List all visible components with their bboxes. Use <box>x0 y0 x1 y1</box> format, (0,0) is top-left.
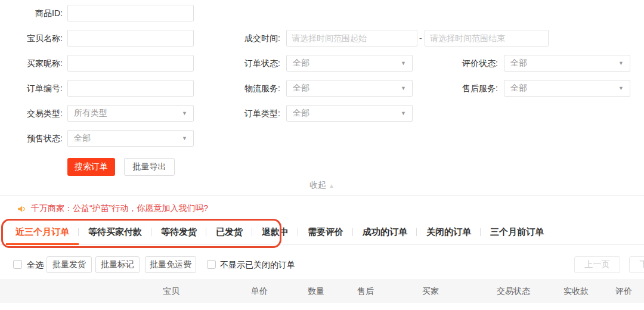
tab-closed-orders[interactable]: 关闭的订单 <box>417 219 481 244</box>
logistics-service-label: 物流服务: <box>218 80 280 97</box>
item-name-input[interactable] <box>67 30 194 46</box>
chevron-down-icon: ▼ <box>401 61 406 66</box>
tab-need-review[interactable]: 需要评价 <box>298 219 353 244</box>
column-header-aftersale: 售后 <box>357 279 374 303</box>
order-no-input[interactable] <box>67 80 194 97</box>
review-status-value: 全部 <box>510 58 618 69</box>
batch-free-shipping-button[interactable]: 批量免运费 <box>145 256 196 273</box>
tab-before-3-months[interactable]: 三个月前订单 <box>481 219 553 244</box>
column-header-trade-status: 交易状态 <box>497 279 530 303</box>
tab-shipped[interactable]: 已发货 <box>206 219 252 244</box>
tab-refunding[interactable]: 退款中 <box>252 219 298 244</box>
order-type-value: 全部 <box>293 108 401 119</box>
buyer-nick-input[interactable] <box>67 55 194 72</box>
section-divider <box>0 195 644 196</box>
triangle-up-icon: ▲ <box>329 182 335 189</box>
presale-status-label: 预售状态: <box>0 130 63 147</box>
order-type-label: 订单类型: <box>218 105 280 122</box>
trade-type-select[interactable]: 所有类型 ▼ <box>67 105 194 122</box>
tab-successful-orders[interactable]: 成功的订单 <box>353 219 417 244</box>
orders-table-header: 宝贝 单价 数量 售后 买家 交易状态 实收款 评价 <box>0 279 644 303</box>
megaphone-icon <box>17 204 27 214</box>
buyer-nick-label: 买家昵称: <box>0 55 63 72</box>
deal-time-start-input[interactable] <box>286 30 417 46</box>
review-status-label: 评价状态: <box>435 55 498 72</box>
chevron-down-icon: ▼ <box>618 86 624 91</box>
next-page-button[interactable]: 下一页 <box>629 256 644 273</box>
column-header-item: 宝贝 <box>163 279 179 303</box>
announcement-banner[interactable]: 千万商家：公益“护苗”行动，你愿意加入我们吗? <box>17 203 208 214</box>
product-id-label: 商品ID: <box>0 5 63 21</box>
aftersale-service-label: 售后服务: <box>435 80 498 97</box>
order-tabs: 近三个月订单等待买家付款等待发货已发货退款中需要评价成功的订单关闭的订单三个月前… <box>0 219 644 245</box>
batch-ship-button[interactable]: 批量发货 <box>47 256 92 273</box>
deal-time-label: 成交时间: <box>218 30 280 46</box>
tab-recent-3-months[interactable]: 近三个月订单 <box>6 219 79 244</box>
order-status-label: 订单状态: <box>218 55 280 72</box>
order-status-select[interactable]: 全部 ▼ <box>286 55 413 72</box>
presale-status-value: 全部 <box>74 133 182 144</box>
item-name-label: 宝贝名称: <box>0 30 63 46</box>
column-header-quantity: 数量 <box>308 279 324 303</box>
review-status-select[interactable]: 全部 ▼ <box>504 55 630 72</box>
chevron-down-icon: ▼ <box>401 86 406 91</box>
hide-closed-checkbox[interactable] <box>207 260 216 269</box>
column-header-buyer: 买家 <box>422 279 439 303</box>
chevron-down-icon: ▼ <box>182 111 187 116</box>
chevron-down-icon: ▼ <box>618 61 624 66</box>
order-management-page: { "colors": { "accent": "#fb3e17", "tab_… <box>0 0 644 310</box>
deal-time-end-input[interactable] <box>425 30 549 46</box>
chevron-down-icon: ▼ <box>401 111 406 116</box>
trade-type-value: 所有类型 <box>74 108 182 119</box>
aftersale-service-select[interactable]: 全部 ▼ <box>504 80 630 97</box>
collapse-label: 收起 <box>309 180 326 190</box>
collapse-toggle[interactable]: 收起▲ <box>289 180 355 191</box>
search-orders-button[interactable]: 搜索订单 <box>67 158 115 176</box>
tab-awaiting-shipment[interactable]: 等待发货 <box>151 219 206 244</box>
select-all-checkbox[interactable] <box>13 260 22 269</box>
product-id-input[interactable] <box>67 5 194 21</box>
batch-mark-button[interactable]: 批量标记 <box>95 256 140 273</box>
announcement-text: 千万商家：公益“护苗”行动，你愿意加入我们吗? <box>31 203 208 214</box>
column-header-review: 评价 <box>615 279 632 303</box>
column-header-unit-price: 单价 <box>251 279 268 303</box>
batch-export-button[interactable]: 批量导出 <box>124 158 175 176</box>
logistics-service-value: 全部 <box>293 83 401 94</box>
order-status-value: 全部 <box>293 58 401 69</box>
trade-type-label: 交易类型: <box>0 105 63 122</box>
hide-closed-label: 不显示已关闭的订单 <box>220 256 295 273</box>
tab-awaiting-payment[interactable]: 等待买家付款 <box>79 219 151 244</box>
column-header-amount-received: 实收款 <box>564 279 589 303</box>
order-no-label: 订单编号: <box>0 80 63 97</box>
select-all-label: 全选 <box>27 256 44 273</box>
prev-page-button[interactable]: 上一页 <box>574 256 620 273</box>
aftersale-service-value: 全部 <box>510 83 618 94</box>
presale-status-select[interactable]: 全部 ▼ <box>67 130 194 147</box>
deal-time-separator: - <box>419 30 422 46</box>
logistics-service-select[interactable]: 全部 ▼ <box>286 80 413 97</box>
order-type-select[interactable]: 全部 ▼ <box>286 105 413 122</box>
chevron-down-icon: ▼ <box>182 136 187 141</box>
